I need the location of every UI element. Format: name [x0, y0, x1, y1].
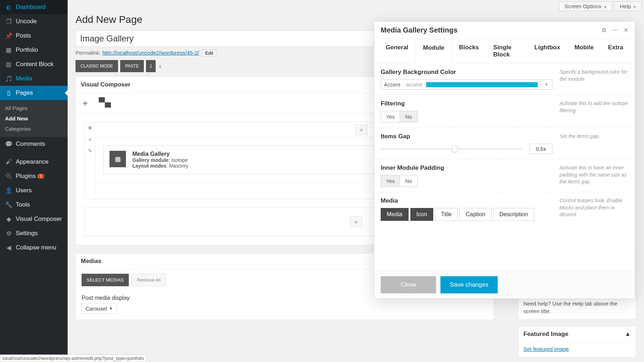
layers-icon: ❒ [5, 18, 12, 25]
gap-help: Set the items gap. [560, 133, 628, 140]
teaser-description[interactable]: Description [493, 208, 534, 221]
tab-module[interactable]: Module [415, 39, 452, 64]
sidebar-item-users[interactable]: 👤Users [0, 183, 68, 198]
bgcolor-help: Specify a background color for the modul… [560, 69, 628, 83]
padding-no[interactable]: No [400, 175, 417, 187]
set-featured-image-link[interactable]: Set featured image [523, 346, 569, 352]
tab-single-block[interactable]: Single Block [486, 39, 527, 63]
user-icon: 👤 [5, 187, 12, 194]
top-toolbar: Screen Options Help [68, 0, 644, 13]
gap-value[interactable]: 0.5x [530, 144, 552, 154]
help-button[interactable]: Help [614, 1, 642, 11]
teaser-media[interactable]: Media [381, 208, 409, 221]
plugins-badge: 1 [37, 174, 44, 179]
one-button[interactable]: 1 [146, 60, 156, 72]
minimize-icon[interactable]: — [612, 27, 618, 34]
brush-icon: 🖌 [5, 158, 12, 165]
remove-all-button[interactable]: Remove All [132, 274, 166, 286]
select-medias-button[interactable]: SELECT MEDIAS [82, 274, 129, 286]
close-icon[interactable]: ✕ [624, 27, 628, 34]
classic-mode-button[interactable]: CLASSIC MODE [75, 60, 118, 72]
block-title: Media Gallery [132, 151, 188, 157]
teaser-icon[interactable]: Icon [410, 208, 433, 221]
page-icon: ▯ [5, 89, 12, 96]
save-changes-button[interactable]: Save changes [440, 276, 498, 293]
sidebar-sub-addnew[interactable]: Add New [0, 113, 68, 124]
screen-options-button[interactable]: Screen Options [559, 1, 612, 11]
tab-lightbox[interactable]: Lightbox [527, 39, 567, 63]
tab-extra[interactable]: Extra [601, 39, 630, 63]
sliders-icon: ⚙ [5, 230, 12, 237]
accent-color-picker[interactable]: Accent: accent ▼ [381, 79, 552, 90]
help-hint-box: Need help? Use the Help tab above the sc… [518, 295, 636, 319]
vc-icon: ◆ [5, 215, 12, 223]
add-element-icon[interactable]: ＋ [81, 97, 89, 109]
media-help: Control teasers look. Enable blocks and … [560, 197, 628, 218]
sidebar-item-visualcomposer[interactable]: ◆Visual Composer [0, 212, 68, 226]
sidebar-sub-allpages[interactable]: All Pages [0, 103, 68, 113]
comment-icon: 💬 [5, 140, 12, 148]
chevron-left-icon[interactable]: ‹ [158, 63, 163, 70]
modal-footer: Close Save changes [374, 271, 635, 298]
sidebar-item-tools[interactable]: 🔧Tools [0, 198, 68, 212]
plug-icon: 🔌 [5, 173, 12, 180]
modal-header: Media Gallery Settings ⚙ — ✕ [374, 22, 635, 39]
sidebar-item-settings[interactable]: ⚙Settings [0, 226, 68, 240]
sidebar-item-contentblock[interactable]: ▥Content Block [0, 57, 68, 71]
move-icon[interactable]: ✥ [85, 122, 95, 134]
right-sidebar: Need help? Use the Help tab above the sc… [518, 295, 636, 357]
sidebar-sub-categories[interactable]: Categories [0, 124, 68, 134]
pencil-icon[interactable]: ✎ [85, 145, 95, 157]
post-media-display-select[interactable]: Carousel▼ [82, 303, 117, 314]
modal-body: Gallery Background Color Accent: accent … [374, 64, 635, 271]
templates-icon[interactable]: ▀▄ [99, 97, 111, 109]
featured-image-header[interactable]: Featured Image▲ [518, 326, 636, 342]
permalink-url[interactable]: http://localhost/uncode2/wordpress/45-2/ [102, 50, 199, 56]
filtering-yes[interactable]: Yes [381, 111, 400, 123]
sidebar-item-plugins[interactable]: 🔌Plugins1 [0, 169, 68, 183]
gap-slider[interactable] [381, 148, 522, 150]
padding-label: Inner Module Padding [381, 164, 552, 172]
paste-button[interactable]: PASTE [120, 60, 144, 72]
sidebar-item-comments[interactable]: 💬Comments [0, 137, 68, 151]
sidebar-item-posts[interactable]: 📌Posts [0, 29, 68, 43]
filtering-help: Activate this to add the isotope filteri… [560, 100, 628, 114]
sidebar-item-collapse[interactable]: ◀Collapse menu [0, 240, 68, 255]
tab-blocks[interactable]: Blocks [452, 39, 486, 63]
featured-image-box: Featured Image▲ Set featured image [518, 326, 636, 357]
hamburger-icon[interactable]: ≡ [85, 134, 95, 145]
gap-label: Items Gap [381, 133, 552, 140]
teaser-title[interactable]: Title [435, 208, 458, 221]
setting-gap: Items Gap 0.5x Set the items gap. [374, 128, 635, 159]
tab-mobile[interactable]: Mobile [567, 39, 601, 63]
sidebar-item-portfolio[interactable]: ▦Portfolio [0, 43, 68, 57]
filtering-no[interactable]: No [400, 111, 417, 123]
setting-padding: Inner Module Padding Yes No Activate thi… [374, 159, 635, 192]
sidebar-item-appearance[interactable]: 🖌Appearance [0, 155, 68, 169]
permalink-edit-button[interactable]: Edit [202, 50, 216, 56]
bgcolor-label: Gallery Background Color [381, 69, 552, 76]
wrench-icon: 🔧 [5, 201, 12, 208]
close-button[interactable]: Close [381, 276, 436, 293]
grid-block-icon: ▦ [109, 151, 126, 167]
grid-icon: ▦ [5, 46, 12, 54]
teaser-caption[interactable]: Caption [459, 208, 491, 221]
setting-media: Media Media Icon Title Caption Descripti… [374, 192, 635, 226]
chevron-down-icon: ▼ [109, 307, 113, 311]
sidebar-item-pages[interactable]: ▯Pages [0, 86, 68, 100]
gauge-icon: ◐ [5, 4, 12, 11]
add-column-button[interactable]: ＋ [355, 124, 367, 135]
color-swatch [426, 82, 538, 87]
add-row-button[interactable]: ＋ [350, 217, 362, 227]
modal-title: Media Gallery Settings [381, 26, 458, 34]
tab-general[interactable]: General [379, 39, 415, 63]
vc-row-controls: ✥ ≡ ✎ [85, 122, 96, 199]
sidebar-item-media[interactable]: 🎵Media [0, 71, 68, 86]
chevron-down-icon[interactable]: ▼ [541, 79, 552, 90]
gear-icon[interactable]: ⚙ [601, 27, 606, 34]
sidebar-item-dashboard[interactable]: ◐Dashboard [0, 0, 68, 14]
blocks-icon: ▥ [5, 61, 12, 68]
slider-thumb[interactable] [452, 146, 457, 152]
sidebar-item-uncode[interactable]: ❒Uncode [0, 14, 68, 29]
padding-yes[interactable]: Yes [381, 175, 400, 187]
